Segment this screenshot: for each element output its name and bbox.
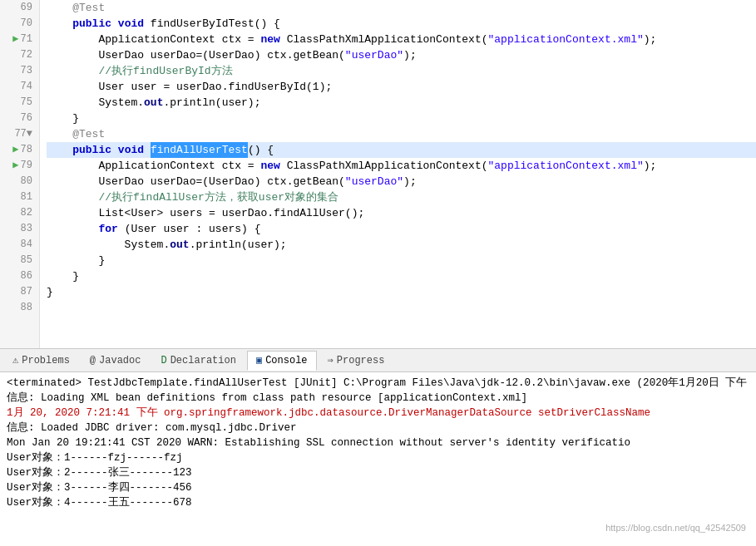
code-line-87: }: [47, 284, 756, 300]
tab-declaration[interactable]: D Declaration: [151, 351, 245, 371]
console-line-3: 信息: Loaded JDBC driver: com.mysql.jdbc.D…: [7, 421, 749, 435]
tabs-bar: ⚠ Problems @ Javadoc D Declaration ▣ Con…: [0, 349, 756, 372]
code-line-69: @Test: [47, 0, 756, 16]
code-line-79: ApplicationContext ctx = new ClassPathXm…: [47, 158, 756, 174]
console-icon: ▣: [256, 354, 262, 366]
console-line-7: User对象：3------李四-------456: [7, 480, 749, 495]
console-wrapper: <terminated> TestJdbcTemplate.findAllUse…: [0, 372, 756, 536]
tab-problems[interactable]: ⚠ Problems: [3, 351, 79, 371]
tab-javadoc[interactable]: @ Javadoc: [81, 351, 151, 371]
tab-progress[interactable]: ⇒ Progress: [319, 351, 394, 371]
code-line-84: System.out.println(user);: [47, 237, 756, 253]
watermark: https://blog.csdn.net/qq_42542509: [605, 523, 746, 533]
code-content: @Test public void findUserByIdTest() { A…: [40, 0, 756, 348]
problems-icon: ⚠: [12, 354, 18, 366]
code-editor: 69 70 ▶71 72 73 74 75 76 77▼ ▶78 ▶79 80 …: [0, 0, 756, 349]
javadoc-icon: @: [90, 355, 96, 366]
tab-progress-label: Progress: [337, 355, 385, 366]
console-line-8: User对象：4------王五-------678: [7, 495, 749, 510]
line-numbers: 69 70 ▶71 72 73 74 75 76 77▼ ▶78 ▶79 80 …: [0, 0, 40, 348]
code-line-74: User user = userDao.findUserById(1);: [47, 79, 756, 95]
declaration-icon: D: [161, 355, 166, 366]
progress-icon: ⇒: [328, 354, 334, 366]
code-line-77: @Test: [47, 126, 756, 142]
code-line-76: }: [47, 111, 756, 126]
tab-console-label: Console: [265, 355, 307, 366]
code-line-83: for (User user : users) {: [47, 221, 756, 237]
code-line-78: public void findAllUserTest() {: [47, 142, 756, 158]
console-terminated-line: <terminated> TestJdbcTemplate.findAllUse…: [7, 376, 749, 391]
tab-console[interactable]: ▣ Console: [247, 351, 317, 371]
code-line-70: public void findUserByIdTest() {: [47, 16, 756, 32]
console-line-4: Mon Jan 20 19:21:41 CST 2020 WARN: Estab…: [7, 435, 749, 450]
code-line-80: UserDao userDao=(UserDao) ctx.getBean("u…: [47, 174, 756, 189]
code-line-71: ApplicationContext ctx = new ClassPathXm…: [47, 32, 756, 47]
console-line-6: User对象：2------张三-------123: [7, 465, 749, 480]
console-line-5: User对象：1------fzj------fzj: [7, 450, 749, 465]
horizontal-scrollbar[interactable]: [0, 348, 756, 349]
tab-problems-label: Problems: [22, 355, 70, 366]
tab-javadoc-label: Javadoc: [99, 355, 141, 366]
console-line-1: 信息: Loading XML bean definitions from cl…: [7, 391, 749, 406]
code-line-86: }: [47, 268, 756, 284]
code-line-82: List<User> users = userDao.findAllUser()…: [47, 205, 756, 221]
tab-declaration-label: Declaration: [170, 355, 236, 366]
bottom-panel: ⚠ Problems @ Javadoc D Declaration ▣ Con…: [0, 349, 756, 536]
code-line-72: UserDao userDao=(UserDao) ctx.getBean("u…: [47, 47, 756, 63]
code-line-75: System.out.println(user);: [47, 95, 756, 111]
code-line-88: [47, 300, 756, 316]
code-line-73: //执行findUserById方法: [47, 63, 756, 79]
code-line-81: //执行findAllUser方法，获取user对象的集合: [47, 189, 756, 205]
console-output: <terminated> TestJdbcTemplate.findAllUse…: [0, 372, 756, 514]
code-line-85: }: [47, 253, 756, 268]
console-line-2: 1月 20, 2020 7:21:41 下午 org.springframewo…: [7, 406, 749, 421]
